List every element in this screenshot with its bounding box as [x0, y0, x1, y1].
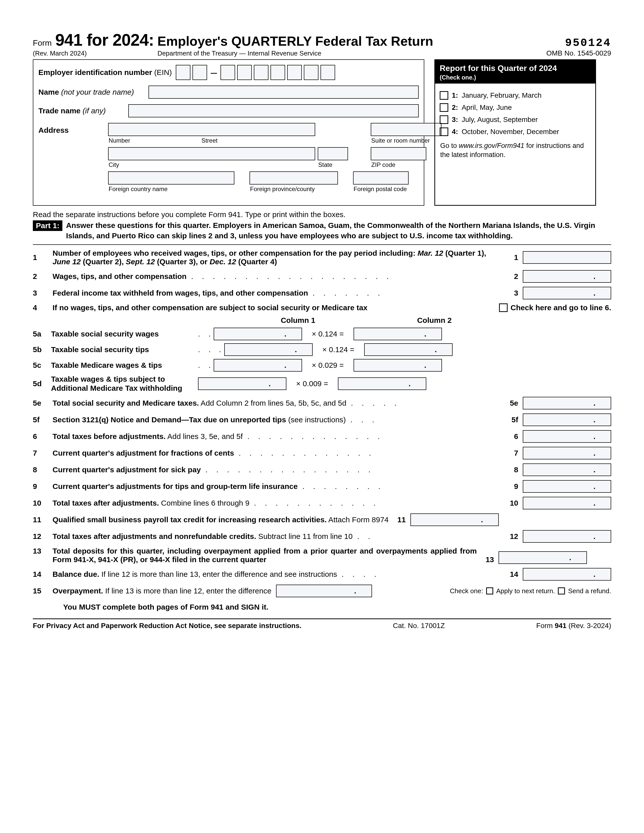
- footer-form: Form 941 (Rev. 3-2024): [536, 622, 611, 630]
- ein-digit[interactable]: [270, 65, 285, 80]
- ein-dash: –: [209, 66, 218, 79]
- dept-line: Department of the Treasury — Internal Re…: [157, 50, 321, 57]
- ein-digit[interactable]: [192, 65, 207, 80]
- part1-tag: Part 1:: [33, 220, 63, 231]
- quarter-option-4: 4:October, November, December: [440, 127, 591, 136]
- form-word: Form: [33, 39, 52, 48]
- form-page: Form 941 for 2024: Employer's QUARTERLY …: [0, 0, 644, 660]
- instructions-line: Read the separate instructions before yo…: [33, 210, 611, 219]
- ein-row: Employer identification number (EIN) –: [39, 65, 419, 80]
- line5b-col2[interactable]: .: [364, 343, 452, 356]
- form-code: 950124: [546, 37, 611, 49]
- employer-box: Employer identification number (EIN) – N…: [33, 60, 424, 206]
- column-headers: Column 1 Column 2: [63, 316, 611, 325]
- ein-digit[interactable]: [287, 65, 302, 80]
- line5a-col1[interactable]: .: [214, 328, 302, 340]
- line-5e: 5e Total social security and Medicare ta…: [33, 397, 611, 409]
- line5b-col1[interactable]: .: [224, 343, 313, 356]
- line-5c: 5c Taxable Medicare wages & tips . . . ×…: [33, 359, 611, 371]
- trade-name-input[interactable]: [128, 104, 419, 117]
- line5a-col2[interactable]: .: [354, 328, 442, 340]
- line-8: 8 Current quarter's adjustment for sick …: [33, 463, 611, 476]
- line1-input[interactable]: [523, 251, 611, 264]
- catalog-number: Cat. No. 17001Z: [393, 622, 445, 630]
- form-header: Form 941 for 2024: Employer's QUARTERLY …: [33, 30, 611, 57]
- line5c-col1[interactable]: .: [214, 359, 302, 371]
- line12-input[interactable]: .: [523, 530, 611, 543]
- line-15: 15 Overpayment. If line 13 is more than …: [33, 585, 611, 597]
- line-13: 13 Total deposits for this quarter, incl…: [33, 547, 611, 564]
- line-5a: 5a Taxable social security wages . . . ×…: [33, 328, 611, 340]
- quarter-option-3: 3:July, August, September: [440, 115, 591, 124]
- line-6: 6 Total taxes before adjustments. Add li…: [33, 430, 611, 443]
- foreign-country[interactable]: [108, 171, 234, 185]
- line-7: 7 Current quarter's adjustment for fract…: [33, 447, 611, 460]
- quarter-option-2: 2:April, May, June: [440, 103, 591, 112]
- line2-input[interactable]: .: [523, 270, 611, 283]
- foreign-province[interactable]: [250, 171, 338, 185]
- quarter-sub: (Check one.): [440, 74, 591, 81]
- part1-header: Part 1: Answer these questions for this …: [33, 220, 611, 241]
- address-city[interactable]: [108, 147, 315, 160]
- line13-input[interactable]: .: [499, 551, 587, 564]
- line8-input[interactable]: .: [523, 463, 611, 476]
- line5d-col2[interactable]: .: [338, 377, 426, 390]
- line-4: 4 If no wages, tips, and other compensat…: [33, 304, 611, 312]
- line5c-col2[interactable]: .: [354, 359, 442, 371]
- line5f-input[interactable]: .: [523, 413, 611, 426]
- checkbox[interactable]: [440, 115, 448, 124]
- ein-inputs: –: [176, 65, 335, 80]
- line4-checkbox[interactable]: [499, 304, 508, 312]
- line-5b: 5b Taxable social security tips . . . . …: [33, 343, 611, 356]
- line-5d: 5d Taxable wages & tips subject toAdditi…: [33, 375, 611, 393]
- line9-input[interactable]: .: [523, 480, 611, 493]
- line-1: 1 Number of employees who received wages…: [33, 249, 611, 266]
- line7-input[interactable]: .: [523, 447, 611, 460]
- line-5f: 5f Section 3121(q) Notice and Demand—Tax…: [33, 413, 611, 426]
- line11-input[interactable]: .: [411, 513, 499, 526]
- top-section: Employer identification number (EIN) – N…: [33, 60, 611, 206]
- omb-number: OMB No. 1545-0029: [546, 49, 611, 57]
- ein-digit[interactable]: [221, 65, 235, 80]
- line6-input[interactable]: .: [523, 430, 611, 443]
- checkbox-apply[interactable]: [486, 587, 493, 595]
- address-state[interactable]: [318, 147, 348, 160]
- ein-digit[interactable]: [237, 65, 252, 80]
- address-suite[interactable]: [371, 123, 441, 136]
- quarter-box: Report for this Quarter of 2024 (Check o…: [435, 60, 596, 206]
- foreign-postal[interactable]: [353, 171, 409, 185]
- must-complete: You MUST complete both pages of Form 941…: [63, 603, 611, 611]
- checkbox[interactable]: [440, 91, 448, 100]
- line-9: 9 Current quarter's adjustments for tips…: [33, 480, 611, 493]
- line3-input[interactable]: .: [523, 287, 611, 299]
- line5e-input[interactable]: .: [523, 397, 611, 409]
- line-10: 10 Total taxes after adjustments. Combin…: [33, 497, 611, 510]
- form-title: Employer's QUARTERLY Federal Tax Return: [157, 34, 433, 49]
- revision: (Rev. March 2024): [33, 50, 87, 57]
- line5d-col1[interactable]: .: [198, 377, 287, 390]
- part1-text: Answer these questions for this quarter.…: [66, 220, 611, 241]
- address-zip[interactable]: [371, 147, 426, 160]
- line-3: 3 Federal income tax withheld from wages…: [33, 287, 611, 299]
- quarter-title: Report for this Quarter of 2024: [440, 64, 557, 73]
- checkbox-refund[interactable]: [558, 587, 565, 595]
- ein-digit[interactable]: [176, 65, 190, 80]
- goto-text: Go to www.irs.gov/Form941 for instructio…: [440, 140, 591, 159]
- ein-digit[interactable]: [254, 65, 269, 80]
- line10-input[interactable]: .: [523, 497, 611, 510]
- line-11: 11 Qualified small business payroll tax …: [33, 513, 611, 526]
- name-input[interactable]: [148, 85, 419, 99]
- line-2: 2 Wages, tips, and other compensation . …: [33, 270, 611, 283]
- page-footer: For Privacy Act and Paperwork Reduction …: [33, 618, 611, 630]
- ein-digit[interactable]: [304, 65, 319, 80]
- address-number-street[interactable]: [108, 123, 315, 136]
- line15-input[interactable]: .: [276, 585, 372, 597]
- line-12: 12 Total taxes after adjustments and non…: [33, 530, 611, 543]
- line14-input[interactable]: .: [523, 568, 611, 581]
- divider: [33, 244, 611, 245]
- ein-digit[interactable]: [320, 65, 335, 80]
- checkbox[interactable]: [440, 103, 448, 112]
- form-number: 941 for 2024:: [55, 30, 154, 50]
- checkbox[interactable]: [440, 127, 448, 136]
- privacy-notice: For Privacy Act and Paperwork Reduction …: [33, 622, 301, 630]
